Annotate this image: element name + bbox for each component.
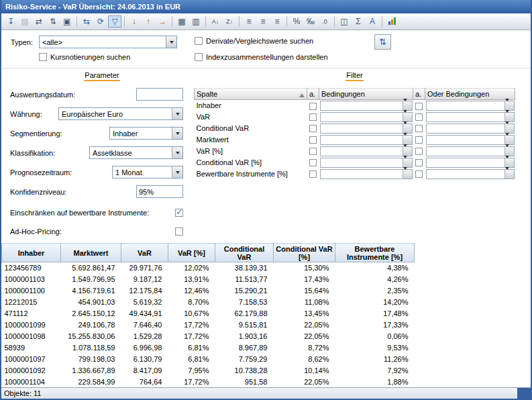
expand-icon[interactable]: ▣: [60, 15, 74, 28]
bedingungen-select[interactable]: [320, 135, 413, 145]
oder-bedingungen-select[interactable]: [426, 112, 515, 122]
table-row[interactable]: 1000001097799.198,036.130,796,81%7.759,2…: [2, 354, 415, 365]
oder-bedingungen-select[interactable]: [426, 135, 515, 145]
swap-icon[interactable]: ⇆: [80, 15, 93, 28]
and-checkbox[interactable]: [309, 159, 317, 166]
table-row[interactable]: 589391.078.118,596.996,986,81%8.967,898,…: [2, 342, 415, 354]
table-icon[interactable]: ▦: [175, 15, 189, 28]
bedingungen-select[interactable]: [320, 101, 413, 111]
oder-and-checkbox[interactable]: [415, 170, 423, 178]
kursnotierungen-checkbox[interactable]: [39, 53, 47, 61]
results-col-var-pct[interactable]: VaR [%]: [168, 244, 215, 262]
oder-bedingungen-select[interactable]: [426, 101, 515, 111]
align-left-icon[interactable]: ≡: [242, 15, 256, 28]
chart-icon[interactable]: [385, 15, 398, 28]
results-col-conditional-var-pct[interactable]: Conditional VaR [%]: [274, 244, 335, 262]
and-checkbox[interactable]: [309, 148, 317, 155]
and-checkbox[interactable]: [309, 125, 317, 132]
filter-icon[interactable]: ▽: [108, 15, 121, 28]
oder-and-checkbox[interactable]: [415, 159, 423, 166]
drill-up-icon[interactable]: ↑: [142, 15, 155, 28]
bedingungen-select[interactable]: [320, 146, 413, 156]
refresh-icon[interactable]: ⟳: [94, 15, 107, 28]
oder-bedingungen-select[interactable]: [426, 158, 515, 168]
table-row[interactable]: 100000109815.255.830,061.529,2817,72%1.9…: [2, 331, 415, 342]
toolbar-separator: [172, 16, 172, 27]
table-row[interactable]: 1000001099249.106,787.646,4017,72%9.515,…: [2, 319, 415, 331]
sort-asc-icon[interactable]: A↓: [209, 15, 222, 28]
oder-and-checkbox[interactable]: [415, 113, 423, 121]
adhoc-pricing-checkbox[interactable]: [175, 228, 183, 236]
oder-and-checkbox[interactable]: [415, 148, 423, 155]
derivate-checkbox[interactable]: [195, 37, 203, 45]
results-col-conditional-var[interactable]: Conditional VaR: [215, 244, 274, 262]
bedingungen-select[interactable]: [320, 112, 413, 122]
permille-icon[interactable]: ‰: [304, 15, 317, 28]
chevron-down-icon: [504, 158, 514, 167]
segmentierung-select[interactable]: Inhaber: [109, 127, 183, 140]
typen-select[interactable]: <alle>: [39, 36, 177, 48]
sigma-icon[interactable]: Σ: [352, 15, 365, 28]
value-cell: 1.529,28: [121, 331, 168, 342]
results-col-inhaber[interactable]: Inhaber: [2, 244, 61, 262]
oder-bedingungen-select[interactable]: [426, 123, 515, 134]
and-checkbox[interactable]: [309, 113, 317, 121]
filter-col-oder-bedingungen[interactable]: Oder Bedingungen: [425, 89, 515, 100]
refresh-button[interactable]: ⇅: [374, 34, 391, 50]
filter-col-and[interactable]: a.: [307, 89, 319, 100]
results-col-marktwert[interactable]: Marktwert: [61, 244, 121, 262]
title-bar[interactable]: Risiko-Service - VaR Übersicht: 24.06.20…: [1, 0, 531, 13]
results-col-bewertbare-instrumente-pct[interactable]: Bewertbare Instrumente [%]: [335, 244, 415, 262]
drill-next-icon[interactable]: →: [156, 15, 169, 28]
table-row[interactable]: 4711122.645.150,1249.434,9110,67%62.179,…: [2, 308, 415, 319]
decimal-format-icon[interactable]: ,0: [318, 15, 331, 28]
oder-and-checkbox[interactable]: [415, 125, 423, 132]
fit-height-icon[interactable]: ⇅: [46, 15, 60, 28]
filter-col-and2[interactable]: a.: [413, 89, 425, 100]
oder-bedingungen-select[interactable]: [426, 169, 515, 179]
align-right-icon[interactable]: ≡: [270, 15, 284, 28]
filter-col-bedingungen[interactable]: Bedingungen: [319, 89, 413, 100]
results-col-var[interactable]: VaR: [121, 244, 168, 262]
table-row[interactable]: 10000011004.156.719,6112.175,8412,46%15.…: [2, 285, 415, 297]
table-row[interactable]: 12212015454.901,035.619,328,70%7.158,531…: [2, 297, 415, 308]
bedingungen-select[interactable]: [320, 169, 413, 179]
copy-icon[interactable]: ▤: [18, 15, 32, 28]
klassifikation-select[interactable]: Assetklasse: [89, 146, 183, 159]
window-icon[interactable]: ◫: [337, 15, 351, 28]
chevron-down-icon: [403, 101, 412, 110]
bedingungen-select[interactable]: [320, 158, 413, 168]
and-checkbox[interactable]: [309, 136, 317, 144]
fit-width-icon[interactable]: ⇄: [32, 15, 46, 28]
align-center-icon[interactable]: ≡: [256, 15, 270, 28]
chevron-down-icon: [403, 136, 412, 144]
bedingungen-select[interactable]: [320, 123, 413, 134]
percent-icon[interactable]: %: [290, 15, 303, 28]
and-checkbox[interactable]: [309, 170, 317, 178]
toolbar-separator: [205, 16, 206, 27]
oder-and-checkbox[interactable]: [415, 136, 423, 144]
inhaber-cell: 123456789: [2, 262, 61, 274]
drill-down-icon[interactable]: ↓: [127, 15, 141, 28]
index-checkbox[interactable]: [195, 53, 203, 61]
font-icon[interactable]: A: [366, 15, 379, 28]
oder-bedingungen-select[interactable]: [426, 146, 515, 156]
table-row[interactable]: 1234567895.692.861,4729.971,7612,02%38.1…: [2, 262, 415, 274]
konfidenzniveau-input[interactable]: [136, 185, 183, 198]
value-cell: 13,45%: [274, 308, 335, 319]
table-row[interactable]: 1000001104229.584,99764,6417,72%951,5822…: [2, 377, 415, 388]
typen-label: Typen:: [11, 38, 39, 46]
waehrung-select[interactable]: Europäischer Euro: [58, 107, 183, 120]
sort-desc-icon[interactable]: Z↓: [223, 15, 236, 28]
filter-col-spalte[interactable]: Spalte: [195, 89, 307, 100]
einschraenken-checkbox[interactable]: [175, 209, 183, 217]
table-row[interactable]: 10000011031.549.796,959.187,1213,91%11.5…: [2, 274, 415, 285]
table-row[interactable]: 10000010921.336.667,898.417,097,95%10.73…: [2, 365, 415, 377]
export-icon[interactable]: ↧: [4, 15, 17, 28]
outline-icon[interactable]: ▥: [189, 15, 203, 28]
auswertungsdatum-input[interactable]: [136, 88, 183, 101]
and-checkbox[interactable]: [309, 103, 317, 110]
oder-and-checkbox[interactable]: [415, 103, 423, 110]
prognosezeitraum-select[interactable]: 1 Monat: [112, 166, 183, 179]
value-cell: 764,64: [121, 377, 168, 388]
